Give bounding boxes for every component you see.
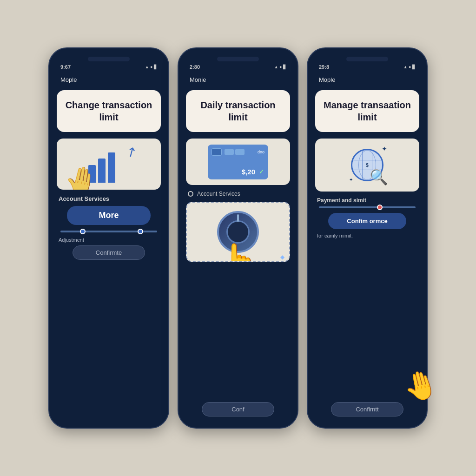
phone-1-header: Mople (57, 73, 161, 86)
dial-indicator (237, 214, 239, 222)
phone-2-section-row: Account Services (186, 191, 290, 197)
dial-icon[interactable] (217, 211, 259, 253)
phone-1-slider-track[interactable] (60, 231, 157, 232)
phone-1-slider-thumb-right[interactable] (138, 229, 143, 234)
phone-3-confirm-button[interactable]: Confirntt (331, 402, 404, 416)
credit-card-check-icon: ✓ (259, 168, 264, 175)
phone-2-confirm-button[interactable]: Conf (202, 402, 275, 416)
phone-1-illustration: ↗ 🤚 (57, 139, 161, 190)
phone-2-status-icons: ▲ ● ▊ (274, 65, 286, 69)
phone-3-main-title: Manage transaation limit (323, 99, 412, 123)
phone-3: 29:8 ▲ ● ▊ Mople Manage transaation limi… (307, 47, 428, 429)
phone-3-status-icons: ▲ ● ▊ (403, 65, 416, 69)
phone-1-slider-row (57, 231, 161, 232)
globe-illustration: $ 🔍 ✦ ✦ (346, 144, 388, 186)
phone-1-section-label: Account Services (57, 195, 161, 202)
phone-3-notch (346, 57, 388, 61)
small-diamond-icon: ✦ (349, 177, 353, 182)
phone-2-container: 2:80 ▲ ● ▊ Monie Daily transaction limit… (178, 47, 298, 429)
dial-inner (226, 220, 250, 244)
phone-2-dot (188, 191, 193, 197)
phone-1-main-title: Change transaction limit (64, 99, 153, 123)
phone-3-header-label: Mople (319, 76, 335, 83)
phone-1-header-label: Mople (60, 76, 77, 83)
phone-3-time: 29:8 (319, 64, 329, 70)
phone-3-slider-thumb[interactable] (377, 205, 383, 210)
phone-3-illustration: $ 🔍 ✦ ✦ (315, 139, 419, 192)
phone-3-slider-row (315, 206, 419, 208)
chart-arrow-icon: ↗ (123, 143, 139, 161)
phone-1-adjustment-label: Adjustment (57, 237, 161, 243)
phone-2: 2:80 ▲ ● ▊ Monie Daily transaction limit… (178, 47, 298, 429)
phone-2-section-label: Account Services (197, 191, 240, 197)
phone-2-dial-area[interactable]: 👆 ◆ (186, 202, 290, 262)
credit-card-amount: $,20 (242, 168, 255, 176)
phone-1-confirm-button[interactable]: Confirmte (73, 245, 145, 260)
chart-bar-4 (108, 152, 115, 183)
globe-dollar-icon: $ (366, 163, 369, 168)
phone-3-confirm-blue-button[interactable]: Confim ormce (328, 213, 406, 229)
hand-phone3-icon: 🤚 (401, 368, 442, 403)
sparkle-icon: ✦ (382, 145, 387, 152)
phone-1-status-icons: ▲ ● ▊ (145, 65, 157, 69)
phone-1-more-button[interactable]: More (67, 206, 150, 225)
phone-3-slider-track[interactable] (319, 206, 416, 208)
diamond-icon: ◆ (280, 254, 284, 260)
magnify-icon: 🔍 (370, 168, 388, 186)
phone-2-header: Monie (186, 73, 290, 86)
phone-2-time: 2:80 (190, 64, 200, 70)
phone-1-main-card: Change transaction limit (57, 90, 161, 132)
card-tag: dno (258, 150, 264, 154)
phone-3-header: Mople (315, 73, 419, 86)
phone-1-slider-thumb-left[interactable] (80, 229, 86, 234)
phone-3-main-card: Manage transaation limit (315, 90, 419, 132)
phone-1: 9:67 ▲ ● ▊ Mople Change transaction limi… (48, 47, 169, 429)
credit-card-chip (212, 148, 222, 156)
card-icon-1 (225, 149, 234, 155)
phone-1-notch (88, 57, 130, 61)
phone-2-status: 2:80 ▲ ● ▊ (186, 64, 290, 70)
phone-2-notch (217, 57, 259, 61)
phone-3-container: 29:8 ▲ ● ▊ Mople Manage transaation limi… (307, 47, 428, 429)
phone-2-main-card: Daily transaction limit (186, 90, 290, 132)
phone-3-status: 29:8 ▲ ● ▊ (315, 64, 419, 70)
phone-3-payment-label: Payment and simit (315, 197, 419, 204)
credit-card-illustration: dno $,20 ✓ (208, 145, 268, 179)
phone-1-time: 9:67 (60, 64, 71, 70)
phone-2-header-label: Monie (190, 76, 206, 83)
phone-3-for-daily-label: for camly mimit: (315, 233, 419, 238)
hand-chart-icon: 🤚 (63, 165, 100, 190)
phone-2-main-title: Daily transaction limit (193, 99, 283, 123)
phone-1-container: 9:67 ▲ ● ▊ Mople Change transaction limi… (48, 47, 169, 429)
card-icon-2 (235, 149, 245, 155)
phone-1-status: 9:67 ▲ ● ▊ (57, 64, 161, 70)
phone-2-illustration: dno $,20 ✓ (186, 139, 290, 185)
